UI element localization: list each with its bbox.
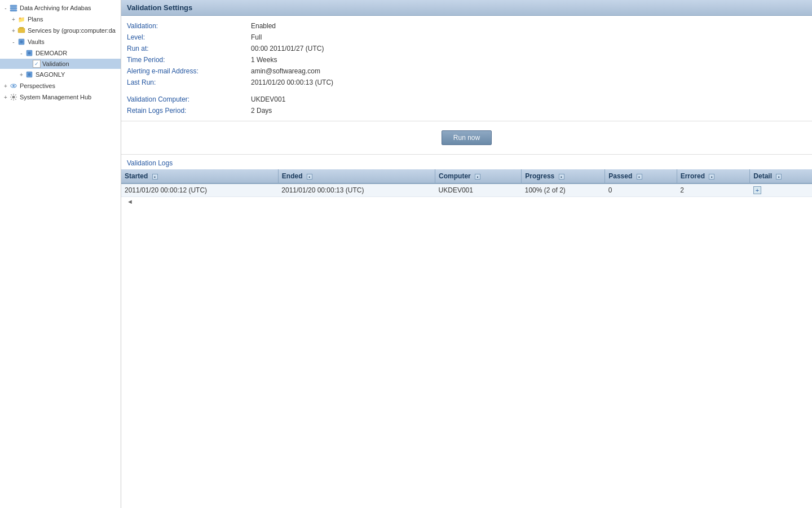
- sidebar-item-sagonly[interactable]: + SAGONLY: [0, 69, 121, 80]
- settings-row-level: Level: Full: [127, 32, 806, 43]
- panel-header: Validation Settings: [121, 0, 812, 16]
- services-icon: [17, 26, 26, 35]
- sidebar-item-validation[interactable]: ✓ Validation: [0, 59, 121, 69]
- svg-point-8: [28, 52, 31, 55]
- settings-row-run-at: Run at: 00:00 2011/01/27 (UTC): [127, 43, 806, 54]
- value-computer: UKDEV001: [251, 95, 285, 103]
- value-retain: 2 Days: [251, 107, 272, 115]
- cell-passed: 0: [605, 183, 677, 197]
- main-content: Validation Settings Validation: Enabled …: [121, 0, 812, 508]
- col-header-computer: Computer ▪: [435, 169, 522, 183]
- logs-title-text: Validation Logs: [127, 159, 173, 167]
- sort-icon-ended[interactable]: ▪: [307, 174, 312, 179]
- value-validation: Enabled: [251, 22, 276, 30]
- settings-row-retain: Retain Logs Period: 2 Days: [127, 105, 806, 116]
- sidebar-item-services[interactable]: + Services by (group:computer:da: [0, 25, 121, 36]
- expand-icon-vaults[interactable]: -: [10, 38, 17, 45]
- sidebar-item-vaults[interactable]: - Vaults: [0, 36, 121, 47]
- label-computer: Validation Computer:: [127, 95, 251, 103]
- run-now-button[interactable]: Run now: [442, 130, 492, 145]
- svg-point-13: [12, 96, 15, 99]
- svg-rect-3: [18, 28, 25, 33]
- sidebar: - Data Archiving for Adabas + 📁 Plans + …: [0, 0, 121, 508]
- gear-icon: [9, 93, 18, 102]
- cell-ended: 2011/01/20 00:00:13 (UTC): [278, 183, 435, 197]
- panel-title: Validation Settings: [127, 3, 192, 12]
- col-header-detail: Detail ▪: [750, 169, 812, 183]
- sidebar-item-data-archiving[interactable]: - Data Archiving for Adabas: [0, 2, 121, 14]
- settings-section: Validation: Enabled Level: Full Run at: …: [121, 16, 812, 121]
- settings-row-email: Alerting e-mail Address: amin@softwareag…: [127, 65, 806, 77]
- settings-row-computer: Validation Computer: UKDEV001: [127, 94, 806, 105]
- sidebar-item-perspectives[interactable]: + Perspectives: [0, 80, 121, 91]
- folder-icon: 📁: [17, 15, 26, 24]
- svg-rect-4: [19, 27, 24, 28]
- detail-button[interactable]: +: [753, 186, 761, 194]
- cell-started: 2011/01/20 00:00:12 (UTC): [121, 183, 278, 197]
- svg-point-10: [28, 73, 31, 76]
- sort-icon-detail[interactable]: ▪: [776, 174, 782, 179]
- logs-table: Started ▪ Ended ▪ Computer ▪ Progress ▪ …: [121, 169, 812, 197]
- settings-row-time-period: Time Period: 1 Weeks: [127, 54, 806, 65]
- label-time-period: Time Period:: [127, 56, 251, 64]
- sidebar-label-sagonly: SAGONLY: [36, 71, 65, 78]
- svg-rect-1: [10, 7, 17, 9]
- sidebar-label-services: Services by (group:computer:da: [28, 27, 116, 34]
- expand-icon-sagonly[interactable]: +: [18, 71, 25, 78]
- sidebar-item-system-mgmt[interactable]: + System Management Hub: [0, 91, 121, 103]
- cell-detail[interactable]: +: [750, 183, 812, 197]
- label-validation: Validation:: [127, 22, 251, 30]
- sidebar-label-perspectives: Perspectives: [20, 82, 55, 89]
- settings-row-validation: Validation: Enabled: [127, 20, 806, 32]
- label-email: Alerting e-mail Address:: [127, 67, 251, 75]
- sidebar-item-plans[interactable]: + 📁 Plans: [0, 14, 121, 25]
- sidebar-label-vaults: Vaults: [28, 38, 45, 45]
- eye-icon: [9, 81, 18, 90]
- expand-spacer-validation: [26, 60, 33, 67]
- sort-icon-started[interactable]: ▪: [152, 174, 158, 179]
- value-run-at: 00:00 2011/01/27 (UTC): [251, 45, 324, 52]
- expand-icon-demoadr[interactable]: -: [18, 50, 25, 56]
- col-header-passed: Passed ▪: [605, 169, 677, 183]
- run-now-container: Run now: [121, 121, 812, 155]
- svg-point-6: [20, 41, 23, 43]
- sort-icon-progress[interactable]: ▪: [559, 174, 564, 179]
- table-header-row: Started ▪ Ended ▪ Computer ▪ Progress ▪ …: [121, 169, 812, 183]
- label-retain: Retain Logs Period:: [127, 107, 251, 115]
- sidebar-label-demoadr: DEMOADR: [36, 50, 67, 56]
- vault-icon-vaults: [17, 37, 26, 46]
- logs-title: Validation Logs: [121, 155, 812, 169]
- label-level: Level:: [127, 33, 251, 41]
- col-header-progress: Progress ▪: [522, 169, 605, 183]
- expand-icon-data-archiving[interactable]: -: [2, 5, 9, 11]
- value-email: amin@softwareag.com: [251, 67, 320, 75]
- sidebar-label-plans: Plans: [28, 16, 43, 23]
- expand-icon-system-mgmt[interactable]: +: [2, 94, 9, 100]
- table-row: 2011/01/20 00:00:12 (UTC)2011/01/20 00:0…: [121, 183, 812, 197]
- scroll-indicator: ◄: [121, 197, 812, 206]
- value-level: Full: [251, 33, 262, 41]
- sort-icon-computer[interactable]: ▪: [475, 174, 480, 179]
- expand-icon-perspectives[interactable]: +: [2, 82, 9, 89]
- cell-errored: 2: [677, 183, 750, 197]
- svg-rect-2: [10, 10, 17, 11]
- sidebar-label-system-mgmt: System Management Hub: [20, 94, 91, 100]
- cell-progress: 100% (2 of 2): [522, 183, 605, 197]
- vault-icon-sagonly: [25, 70, 34, 79]
- col-header-ended: Ended ▪: [278, 169, 435, 183]
- sort-icon-passed[interactable]: ▪: [637, 174, 642, 179]
- sidebar-label-validation: Validation: [42, 60, 69, 67]
- value-last-run: 2011/01/20 00:00:13 (UTC): [251, 78, 333, 86]
- db-icon: [9, 3, 18, 12]
- value-time-period: 1 Weeks: [251, 56, 277, 64]
- col-header-started: Started ▪: [121, 169, 278, 183]
- sidebar-item-demoadr[interactable]: - DEMOADR: [0, 47, 121, 59]
- col-header-errored: Errored ▪: [677, 169, 750, 183]
- svg-point-12: [12, 85, 15, 87]
- settings-row-last-run: Last Run: 2011/01/20 00:00:13 (UTC): [127, 77, 806, 88]
- expand-icon-services[interactable]: +: [10, 27, 17, 34]
- sort-icon-errored[interactable]: ▪: [709, 174, 714, 179]
- check-icon: ✓: [33, 60, 41, 68]
- sidebar-label-data-archiving: Data Archiving for Adabas: [20, 5, 91, 11]
- expand-icon-plans[interactable]: +: [10, 16, 17, 23]
